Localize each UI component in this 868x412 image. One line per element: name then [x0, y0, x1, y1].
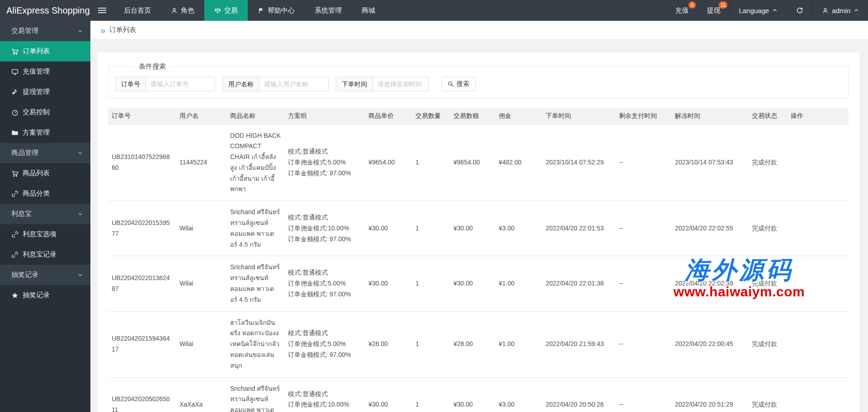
cell-status: 完成付款: [748, 377, 787, 412]
username-input[interactable]: [259, 77, 328, 91]
monitor-icon: [11, 68, 19, 75]
sidebar-item-plan-management[interactable]: 方案管理: [0, 122, 90, 143]
sidebar-item-order-list[interactable]: 订单列表: [0, 41, 90, 61]
cell-remaining-time: --: [615, 201, 671, 256]
flag-icon: [258, 7, 264, 14]
cell-unit-price: ¥28.00: [365, 311, 412, 377]
column-header: 方案组: [284, 108, 365, 124]
sidebar-item-interest-records[interactable]: 利息宝记录: [0, 244, 90, 265]
chevron-down-icon: [77, 272, 83, 278]
cell-commission: ¥3.00: [495, 201, 542, 256]
cell-order-time: 2022/04/20 22:01:53: [542, 201, 615, 256]
column-header: 佣金: [495, 108, 542, 124]
sidebar-group-trade-management[interactable]: 交易管理: [0, 21, 90, 41]
cell-unit-price: ¥30.00: [365, 256, 412, 311]
language-dropdown[interactable]: Language: [729, 0, 787, 21]
cell-commission: ¥1.00: [495, 256, 542, 311]
cell-unfreeze-time: 2022/04/20 20:51:29: [671, 377, 748, 412]
cell-order-time: 2022/04/20 20:50:26: [542, 377, 615, 412]
nav-item-roles[interactable]: 角色: [161, 0, 204, 21]
cell-order-time: 2023/10/14 07:52:29: [542, 124, 615, 201]
user-icon: [822, 7, 829, 14]
cell-remaining-time: --: [615, 311, 671, 377]
cell-amount: ¥9654.00: [450, 124, 495, 201]
topbar: AliExpress Shopping... 后台首页 角色 交易 帮助中心 系…: [0, 0, 868, 21]
cell-username: Wilai: [176, 311, 226, 377]
order-time-input[interactable]: [373, 77, 428, 91]
group-label: 交易管理: [11, 27, 38, 35]
cell-commission: ¥1.00: [495, 311, 542, 377]
cell-amount: ¥30.00: [450, 201, 495, 256]
sidebar: 交易管理 订单列表 充值管理 提现管理 交易控制 方案管理 商品管理 商品列表 …: [0, 21, 90, 412]
cell-plan: 模式:普通模式订单佣金模式:5.00%订单金额模式: 97.00%: [284, 256, 365, 311]
user-menu[interactable]: admin: [812, 0, 868, 21]
cell-username: Wilai: [176, 201, 226, 256]
cell-plan: 模式:普通模式订单佣金模式:10.00%订单金额模式: 97.00%: [284, 377, 365, 412]
breadcrumb: » 订单列表: [90, 21, 868, 40]
column-header: 剩余支付时间: [615, 108, 671, 124]
cell-product: ฮาโลวีนเมจิกมันฝรั่ง ทอดกระป๋องง เทคนิคโ…: [226, 311, 284, 377]
sidebar-group-product-management[interactable]: 商品管理: [0, 143, 90, 163]
nav-item-help-center[interactable]: 帮助中心: [248, 0, 305, 21]
sidebar-item-product-category[interactable]: 商品分类: [0, 183, 90, 204]
withdraw-link[interactable]: 提现 11: [698, 0, 729, 21]
recharge-link[interactable]: 充值 0: [666, 0, 698, 21]
content-card: 条件搜索 订单号 用户名称 下单时间 搜索: [97, 52, 859, 412]
sidebar-item-interest-options[interactable]: 利息宝选项: [0, 224, 90, 244]
order-no-input[interactable]: [146, 77, 215, 91]
column-header: 解冻时间: [671, 108, 748, 124]
table-header-row: 订单号用户名商品名称方案组商品单价交易数量交易数额佣金下单时间剩余支付时间解冻时…: [108, 108, 849, 124]
cell-quantity: 1: [412, 377, 450, 412]
cell-status: 完成付款: [748, 124, 787, 201]
nav-label: 交易: [224, 6, 238, 15]
cell-quantity: 1: [412, 201, 450, 256]
recharge-label: 充值: [675, 6, 689, 15]
sidebar-item-product-list[interactable]: 商品列表: [0, 163, 90, 183]
cell-order-no: UB2204202201382487: [108, 256, 176, 311]
cell-username: XaXaXa: [176, 377, 226, 412]
order-no-field-group: 订单号: [115, 77, 215, 91]
nav-item-home[interactable]: 后台首页: [114, 0, 161, 21]
hamburger-icon: [98, 12, 106, 13]
cell-unit-price: ¥9654.00: [365, 124, 412, 201]
gauge-icon: [11, 109, 19, 116]
chevron-up-icon: [772, 8, 778, 13]
cell-commission: ¥3.00: [495, 377, 542, 412]
search-row: 订单号 用户名称 下单时间 搜索: [115, 77, 841, 91]
nav-item-trade[interactable]: 交易: [204, 0, 248, 21]
table-row: UB2204202159436417Wilaiฮาโลวีนเมจิกมันฝร…: [108, 311, 849, 377]
order-no-field-label: 订单号: [116, 77, 146, 91]
sidebar-group-lottery-records[interactable]: 抽奖记录: [0, 265, 90, 285]
cart-icon: [11, 48, 19, 55]
nav-item-mall[interactable]: 商城: [352, 0, 385, 21]
cell-unfreeze-time: 2023/10/14 07:53:43: [671, 124, 748, 201]
cell-quantity: 1: [412, 311, 450, 377]
order-time-field-group: 下单时间: [336, 77, 429, 91]
username-field-label: 用户名称: [223, 77, 259, 91]
cell-remaining-time: --: [615, 124, 671, 201]
cell-unfreeze-time: 2022/04/20 22:02:55: [671, 201, 748, 256]
item-label: 交易控制: [23, 108, 50, 117]
refresh-button[interactable]: [787, 0, 812, 21]
cell-plan: 模式:普通模式订单佣金模式:5.00%订单金额模式: 97.00%: [284, 124, 365, 201]
chevron-down-icon: [77, 150, 83, 156]
group-label: 商品管理: [11, 149, 38, 157]
cell-username: Wilai: [176, 256, 226, 311]
search-button[interactable]: 搜索: [441, 77, 476, 91]
topbar-right: 充值 0 提现 11 Language admin: [666, 0, 868, 21]
sidebar-item-recharge-management[interactable]: 充值管理: [0, 61, 90, 82]
orders-table: 订单号用户名商品名称方案组商品单价交易数量交易数额佣金下单时间剩余支付时间解冻时…: [108, 108, 849, 412]
app-title: AliExpress Shopping...: [0, 0, 90, 21]
sidebar-item-trade-control[interactable]: 交易控制: [0, 102, 90, 122]
sidebar-group-interest-treasure[interactable]: 利息宝: [0, 204, 90, 224]
nav-item-system[interactable]: 系统管理: [305, 0, 352, 21]
column-header: 交易状态: [748, 108, 787, 124]
sidebar-toggle-button[interactable]: [90, 0, 114, 21]
search-button-label: 搜索: [457, 80, 469, 88]
chevron-down-icon: [77, 28, 83, 34]
sidebar-item-lottery-records[interactable]: 抽奖记录: [0, 285, 90, 305]
column-header: 商品名称: [226, 108, 284, 124]
sidebar-item-withdraw-management[interactable]: 提现管理: [0, 82, 90, 102]
column-header: 订单号: [108, 108, 176, 124]
cell-product: Srichand ศรีจันทร์ ทรานส์ลูเซนท์ คอมแพค …: [226, 256, 284, 311]
